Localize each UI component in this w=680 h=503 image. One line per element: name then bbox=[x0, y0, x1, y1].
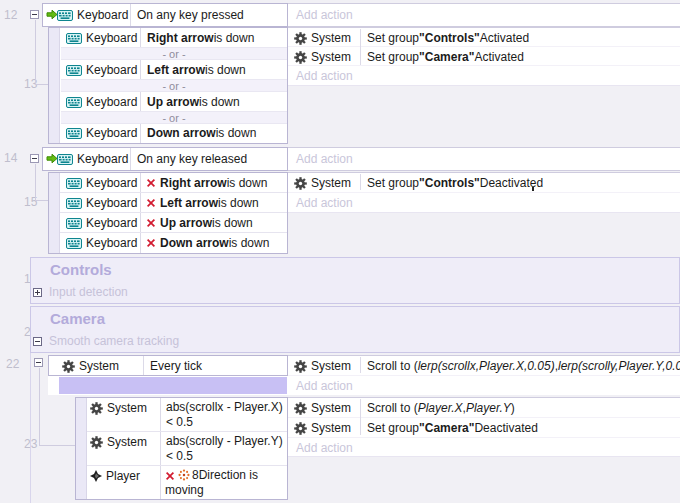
action-text[interactable]: Set group "Controls" Activated bbox=[367, 31, 529, 45]
action-text[interactable]: Set group "Camera" Deactivated bbox=[367, 421, 538, 435]
system-gear-icon bbox=[294, 177, 307, 190]
system-gear-icon bbox=[294, 422, 307, 435]
keyboard-icon bbox=[66, 33, 82, 44]
action-text[interactable]: Set group "Camera" Activated bbox=[367, 50, 524, 64]
subevent-connector bbox=[35, 84, 48, 85]
keyboard-icon bbox=[66, 65, 82, 76]
action-row-divider bbox=[288, 46, 680, 47]
action-object: System bbox=[294, 359, 351, 373]
cell-divider bbox=[130, 148, 131, 170]
cell-divider bbox=[160, 398, 161, 499]
system-gear-icon bbox=[294, 51, 307, 64]
add-action-link[interactable]: Add action bbox=[296, 152, 353, 166]
condition-row-divider bbox=[87, 431, 287, 432]
condition-text[interactable]: Up arrow is down bbox=[147, 95, 240, 109]
selected-row-highlight[interactable] bbox=[59, 377, 287, 394]
cell-divider bbox=[143, 356, 144, 375]
condition-object: System bbox=[90, 435, 147, 449]
system-gear-icon bbox=[294, 402, 307, 415]
system-gear-icon bbox=[294, 360, 307, 373]
event-14-condition-text[interactable]: On any key released bbox=[137, 152, 247, 166]
add-action-link[interactable]: Add action bbox=[296, 196, 353, 210]
keyboard-icon bbox=[66, 178, 82, 189]
condition-text[interactable]: 8Direction is moving bbox=[165, 468, 285, 498]
group-title: Controls bbox=[50, 261, 112, 278]
subevent-connector bbox=[35, 200, 48, 201]
keyboard-icon bbox=[66, 97, 82, 108]
mouse-cursor bbox=[532, 187, 534, 191]
action-object: System bbox=[294, 50, 351, 64]
condition-object: Keyboard bbox=[66, 176, 137, 190]
cell-divider bbox=[360, 174, 361, 190]
inverted-condition-x-icon bbox=[146, 218, 156, 228]
8direction-behavior-icon bbox=[178, 469, 190, 481]
action-text[interactable]: Set group "Controls" Deactivated bbox=[367, 176, 543, 190]
event-14-object: Keyboard bbox=[57, 152, 128, 166]
group-title: Camera bbox=[50, 310, 105, 327]
condition-text[interactable]: Down arrow is down bbox=[147, 126, 256, 140]
cell-divider bbox=[360, 357, 361, 373]
event-margin-strip bbox=[49, 173, 60, 253]
action-object: System bbox=[294, 176, 351, 190]
action-row-divider bbox=[288, 375, 680, 376]
action-object: System bbox=[294, 401, 351, 415]
event-number: 12 bbox=[4, 8, 17, 22]
expand-group-icon[interactable] bbox=[33, 288, 42, 297]
condition-text[interactable]: Left arrow is down bbox=[147, 63, 246, 77]
action-object: System bbox=[294, 31, 351, 45]
or-separator: - or - bbox=[61, 111, 287, 124]
condition-object: System bbox=[90, 401, 147, 415]
condition-text[interactable]: abs(scrolly - Player.Y) < 0.5 bbox=[166, 434, 284, 464]
add-action-link[interactable]: Add action bbox=[296, 69, 353, 83]
or-separator: - or - bbox=[61, 79, 287, 92]
subevent-connector bbox=[39, 445, 75, 446]
condition-row-divider bbox=[60, 232, 287, 233]
condition-object: Keyboard bbox=[66, 196, 137, 210]
action-text[interactable]: Scroll to (Player.X , Player.Y ) bbox=[367, 401, 515, 415]
add-action-link[interactable]: Add action bbox=[296, 8, 353, 22]
keyboard-icon bbox=[66, 128, 82, 139]
collapse-toggle-icon[interactable] bbox=[30, 10, 39, 19]
action-object: System bbox=[294, 421, 351, 435]
subevent-connector bbox=[39, 368, 40, 445]
event-number: 14 bbox=[4, 151, 17, 165]
keyboard-icon bbox=[57, 154, 73, 165]
action-text[interactable]: Scroll to (lerp(scrollx,Player.X,0.05) ,… bbox=[367, 359, 680, 373]
add-action-link[interactable]: Add action bbox=[296, 441, 353, 455]
condition-text[interactable]: Down arrow is down bbox=[146, 236, 269, 250]
condition-row-divider bbox=[60, 212, 287, 213]
collapse-toggle-icon[interactable] bbox=[34, 358, 43, 367]
group-subtitle: Smooth camera tracking bbox=[49, 334, 179, 348]
cell-divider bbox=[360, 399, 361, 435]
cell-divider bbox=[130, 4, 131, 26]
event-22-object: System bbox=[62, 359, 119, 373]
event-margin-strip bbox=[76, 398, 87, 499]
condition-object: Keyboard bbox=[66, 216, 137, 230]
keyboard-icon bbox=[66, 218, 82, 229]
condition-text[interactable]: Right arrow is down bbox=[147, 31, 254, 45]
event-22-condition-text[interactable]: Every tick bbox=[150, 359, 202, 373]
inverted-condition-x-icon bbox=[146, 238, 156, 248]
condition-object: Keyboard bbox=[66, 31, 137, 45]
action-row-divider bbox=[288, 192, 680, 193]
inverted-condition-x-icon bbox=[146, 198, 156, 208]
condition-row-divider bbox=[87, 465, 287, 466]
collapse-toggle-icon[interactable] bbox=[30, 154, 39, 163]
condition-text[interactable]: abs(scrollx - Player.X) < 0.5 bbox=[166, 400, 284, 430]
subevent-connector bbox=[35, 20, 36, 84]
condition-text[interactable]: Up arrow is down bbox=[146, 216, 253, 230]
condition-text[interactable]: Right arrow is down bbox=[146, 176, 267, 190]
keyboard-icon bbox=[66, 238, 82, 249]
add-action-link[interactable]: Add action bbox=[296, 379, 353, 393]
event-12-condition-text[interactable]: On any key pressed bbox=[137, 8, 244, 22]
inverted-condition-x-icon bbox=[165, 471, 175, 481]
collapse-group-icon[interactable] bbox=[33, 337, 42, 346]
action-row-divider bbox=[288, 437, 680, 438]
condition-object: Keyboard bbox=[66, 126, 137, 140]
condition-text[interactable]: Left arrow is down bbox=[146, 196, 259, 210]
event-margin-strip bbox=[49, 28, 60, 143]
action-row-divider bbox=[288, 417, 680, 418]
system-gear-icon bbox=[62, 360, 75, 373]
event-number: 22 bbox=[6, 357, 19, 371]
event-12-object: Keyboard bbox=[57, 8, 128, 22]
